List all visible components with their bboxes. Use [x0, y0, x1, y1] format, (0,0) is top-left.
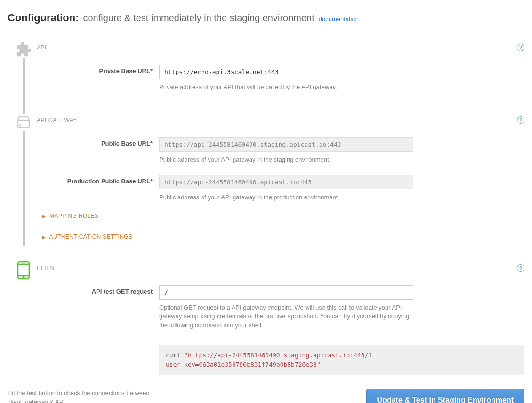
public-base-url-help: Public address of your API gateway in th… [159, 156, 413, 164]
private-base-url-input[interactable] [159, 65, 413, 79]
test-get-label: API test GET request [37, 285, 159, 295]
prod-public-base-url-help: Public address of your API gateway in th… [159, 193, 413, 202]
svg-point-5 [23, 276, 24, 278]
page-title: Configuration: configure & test immediat… [8, 8, 524, 25]
section-gateway: API GATEWAY ? Public Base URL* Public ad… [8, 116, 524, 264]
section-api-header: API [37, 44, 47, 51]
help-icon[interactable]: ? [517, 116, 524, 124]
title-sub: configure & test immediately in the stag… [83, 13, 314, 23]
chevron-right-icon: ▶ [42, 214, 46, 219]
public-base-url-label: Public Base URL* [37, 137, 159, 147]
section-client: CLIENT ? API test GET request Optional G… [8, 264, 524, 380]
mobile-icon [15, 262, 32, 279]
prod-public-base-url-label: Production Public Base URL* [37, 175, 159, 185]
curl-url: "https://api-2445581460490.staging.apica… [166, 352, 372, 368]
section-gateway-header: API GATEWAY [37, 117, 77, 123]
prod-public-base-url-input [159, 175, 413, 189]
chevron-right-icon: ▶ [42, 235, 46, 239]
server-icon [15, 114, 32, 131]
public-base-url-input [159, 137, 413, 152]
test-get-help: Optional GET request to a API gateway en… [159, 304, 413, 330]
private-base-url-help: Private address of your API that will be… [159, 83, 413, 92]
help-icon[interactable]: ? [517, 44, 524, 51]
private-base-url-label: Private Base URL* [37, 65, 159, 74]
auth-settings-toggle[interactable]: ▶ AUTHENTICATION SETTINGS [42, 233, 524, 240]
documentation-link[interactable]: documentation [319, 16, 359, 23]
help-icon[interactable]: ? [517, 264, 524, 272]
curl-command-box: curl "https://api-2445581460490.staging.… [159, 345, 524, 375]
puzzle-icon [15, 41, 32, 58]
mapping-rules-toggle[interactable]: ▶ MAPPING RULES [42, 213, 524, 219]
section-api: API ? Private Base URL* Private address … [8, 44, 524, 116]
footer-hint: Hit the test button to check the connect… [8, 389, 158, 403]
update-test-button[interactable]: Update & Test in Staging Environment [366, 389, 524, 403]
test-get-input[interactable] [159, 285, 413, 300]
section-client-header: CLIENT [37, 265, 58, 271]
title-strong: Configuration: [8, 12, 79, 24]
curl-prefix: curl [166, 352, 184, 359]
svg-point-1 [20, 125, 21, 126]
